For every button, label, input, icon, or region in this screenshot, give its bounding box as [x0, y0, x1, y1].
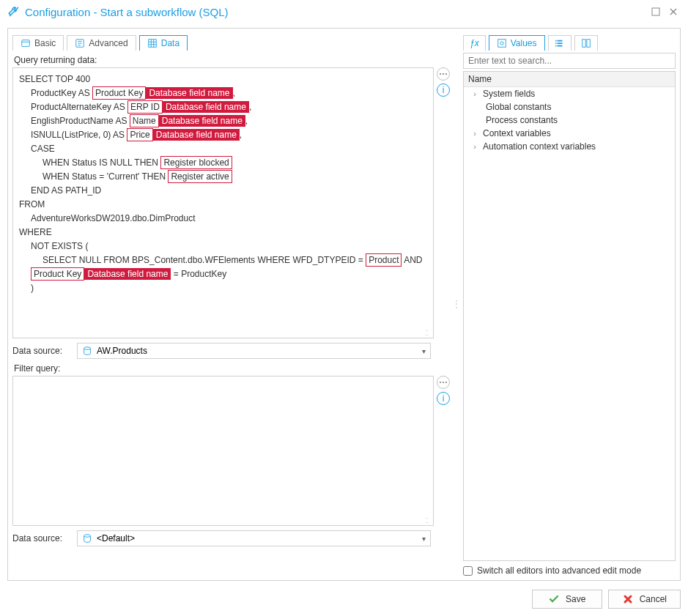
tab-basic[interactable]: Basic — [12, 35, 64, 51]
token-product-key-col[interactable]: Product Key — [31, 267, 84, 281]
query-label: Query returning data: — [14, 55, 450, 65]
list-icon — [555, 38, 565, 48]
check-icon — [548, 593, 560, 605]
more-button-2[interactable]: ⋯ — [437, 376, 450, 389]
sql-icon — [82, 346, 92, 356]
tree-item-system-fields[interactable]: › System fields — [464, 87, 675, 100]
resize-grip-icon[interactable]: .... — [426, 515, 430, 524]
data-source-value-1: AW.Products — [97, 346, 147, 356]
fx-icon: ƒx — [470, 38, 479, 48]
tree-item-automation-context[interactable]: › Automation context variables — [464, 140, 675, 153]
advanced-mode-checkbox[interactable]: Switch all editors into advanced edit mo… — [463, 565, 676, 576]
info-button[interactable]: i — [437, 84, 450, 97]
resize-grip-icon[interactable]: .... — [426, 327, 430, 336]
data-source-label-1: Data source: — [12, 346, 71, 356]
expand-icon[interactable]: › — [470, 141, 480, 152]
dialog-body: Basic Advanced Data Query returning data… — [7, 28, 681, 581]
tree-item-global-constants[interactable]: Global constants — [464, 100, 675, 114]
data-source-label-2: Data source: — [12, 533, 71, 543]
data-icon — [147, 38, 158, 48]
tab-values-label: Values — [511, 38, 537, 48]
tab-fx[interactable]: ƒx — [463, 35, 486, 51]
filter-editor[interactable]: .... — [12, 376, 434, 526]
query-editor[interactable]: SELECT TOP 400 ProductKey AS Product Key… — [12, 67, 434, 338]
data-source-value-2: <Default> — [97, 533, 135, 543]
close-window-button[interactable] — [666, 4, 681, 19]
svg-rect-11 — [582, 40, 585, 48]
data-source-combo-2[interactable]: <Default> ▾ — [77, 530, 431, 546]
svg-rect-6 — [497, 40, 506, 48]
tab-data[interactable]: Data — [139, 35, 188, 51]
tag-db-field[interactable]: Database field name — [146, 87, 232, 99]
tab-layout[interactable] — [574, 35, 598, 51]
data-source-combo-1[interactable]: AW.Products ▾ — [77, 343, 431, 359]
right-panel: ƒx Values Name › System fields Globa — [463, 31, 676, 576]
cancel-button[interactable]: Cancel — [608, 590, 681, 609]
save-button[interactable]: Save — [532, 590, 602, 609]
filter-label: Filter query: — [14, 363, 450, 374]
token-product-key[interactable]: Product Key — [92, 86, 146, 100]
search-input[interactable] — [464, 53, 675, 68]
tab-list[interactable] — [548, 35, 572, 51]
cancel-icon — [622, 593, 634, 605]
svg-rect-1 — [22, 40, 30, 47]
sql-icon — [82, 533, 92, 543]
expand-icon[interactable]: › — [470, 89, 480, 99]
token-register-active[interactable]: Register active — [168, 170, 232, 183]
tab-values[interactable]: Values — [489, 35, 545, 51]
wrench-icon — [7, 5, 21, 18]
values-tree[interactable]: Name › System fields Global constants Pr… — [463, 71, 676, 561]
tab-data-label: Data — [161, 38, 180, 48]
token-register-blocked[interactable]: Register blocked — [160, 156, 232, 169]
left-panel: Basic Advanced Data Query returning data… — [12, 31, 450, 576]
tag-db-field[interactable]: Database field name — [163, 101, 249, 113]
layout-icon — [581, 38, 591, 48]
window-title: Configuration - Start a subworkflow (SQL… — [25, 6, 229, 18]
svg-rect-0 — [652, 8, 659, 15]
advanced-icon — [75, 38, 85, 48]
left-tabs: Basic Advanced Data — [12, 31, 450, 51]
advanced-mode-input[interactable] — [463, 566, 473, 576]
search-box[interactable] — [463, 53, 676, 69]
token-erp-id[interactable]: ERP ID — [127, 100, 163, 114]
tab-advanced[interactable]: Advanced — [67, 35, 136, 51]
more-button[interactable]: ⋯ — [437, 67, 450, 81]
svg-point-7 — [500, 42, 503, 45]
info-button-2[interactable]: i — [437, 392, 450, 405]
right-tabs: ƒx Values — [463, 31, 676, 51]
title-bar: Configuration - Start a subworkflow (SQL… — [0, 0, 688, 23]
token-product-dtype[interactable]: Product — [366, 253, 402, 267]
splitter-handle[interactable]: ⋮ — [454, 31, 459, 576]
tree-header-name[interactable]: Name — [464, 72, 675, 87]
values-icon — [497, 38, 507, 48]
svg-point-8 — [555, 40, 556, 42]
maximize-button[interactable] — [648, 4, 663, 19]
token-price[interactable]: Price — [127, 128, 152, 141]
tree-item-context-variables[interactable]: › Context variables — [464, 127, 675, 140]
button-bar: Save Cancel — [0, 585, 688, 616]
tree-item-process-constants[interactable]: Process constants — [464, 114, 675, 127]
chevron-down-icon: ▾ — [422, 347, 426, 355]
tag-db-field[interactable]: Database field name — [159, 115, 245, 127]
svg-rect-3 — [148, 40, 156, 48]
chevron-down-icon: ▾ — [422, 535, 426, 543]
svg-point-4 — [84, 347, 91, 350]
tab-advanced-label: Advanced — [89, 38, 127, 48]
svg-point-9 — [555, 42, 556, 44]
tag-db-field[interactable]: Database field name — [84, 268, 171, 280]
tag-db-field[interactable]: Database field name — [153, 129, 240, 141]
svg-point-5 — [84, 535, 91, 538]
svg-rect-12 — [586, 40, 589, 48]
token-name[interactable]: Name — [130, 114, 159, 127]
expand-icon[interactable]: › — [470, 128, 480, 138]
svg-point-10 — [555, 45, 556, 47]
basic-icon — [21, 38, 31, 48]
tab-basic-label: Basic — [34, 38, 56, 48]
